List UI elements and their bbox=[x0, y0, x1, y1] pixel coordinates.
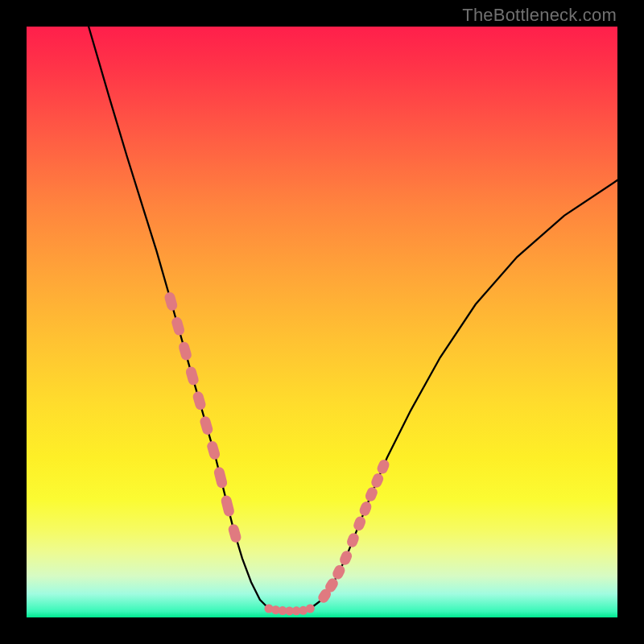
accent-capsule bbox=[206, 440, 221, 460]
accent-capsule bbox=[213, 466, 229, 489]
accent-capsule bbox=[358, 500, 374, 518]
accent-dot bbox=[264, 604, 273, 613]
curve-right-branch bbox=[310, 180, 617, 609]
accent-capsule bbox=[178, 341, 193, 361]
curve-left-branch bbox=[89, 27, 269, 609]
accent-capsule bbox=[227, 523, 242, 544]
accent-capsule bbox=[338, 549, 353, 567]
accent-dot bbox=[292, 606, 301, 615]
accent-capsule bbox=[192, 390, 207, 411]
accent-highlight-group bbox=[163, 291, 391, 616]
watermark-text: TheBottleneck.com bbox=[462, 5, 617, 26]
chart-plot-area bbox=[27, 27, 617, 617]
chart-svg bbox=[27, 27, 617, 617]
accent-capsule bbox=[352, 515, 367, 533]
curve-flat-bottom bbox=[269, 609, 310, 611]
accent-capsule bbox=[199, 415, 214, 436]
accent-capsule bbox=[171, 316, 186, 336]
accent-capsule bbox=[184, 365, 200, 386]
accent-capsule bbox=[364, 485, 379, 503]
accent-dot bbox=[285, 606, 294, 615]
accent-dot bbox=[271, 605, 280, 614]
accent-capsule bbox=[331, 564, 347, 581]
accent-capsule bbox=[376, 458, 391, 476]
accent-capsule bbox=[316, 587, 333, 605]
accent-dot bbox=[306, 604, 315, 613]
chart-curve-group bbox=[89, 27, 617, 611]
accent-capsule bbox=[220, 494, 235, 518]
accent-dot bbox=[279, 606, 287, 615]
accent-capsule bbox=[345, 531, 361, 549]
accent-dot bbox=[299, 606, 308, 615]
accent-capsule bbox=[163, 291, 179, 312]
accent-capsule bbox=[324, 576, 341, 594]
accent-capsule bbox=[369, 472, 385, 489]
